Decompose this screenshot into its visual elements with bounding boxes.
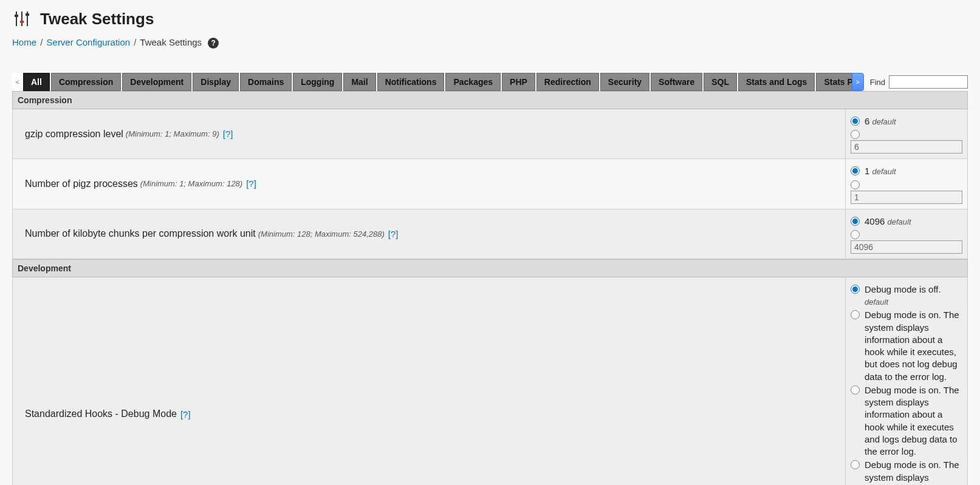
- tab-stats-programs[interactable]: Stats Programs: [816, 73, 851, 91]
- tab-development[interactable]: Development: [122, 73, 191, 91]
- radio-default[interactable]: [851, 117, 860, 126]
- section-header-compression: Compression: [12, 91, 968, 109]
- default-label: default: [888, 217, 911, 226]
- setting-hint: (Minimum: 128; Maximum: 524,288): [258, 229, 385, 239]
- custom-value-input[interactable]: [851, 240, 962, 254]
- radio-custom[interactable]: [851, 180, 860, 189]
- breadcrumb-home[interactable]: Home: [12, 37, 36, 47]
- default-value: 4096: [865, 216, 885, 226]
- setting-label: Standardized Hooks - Debug Mode: [25, 409, 177, 419]
- tweak-icon: [12, 9, 32, 29]
- default-value: 1: [865, 166, 869, 176]
- svg-rect-5: [26, 13, 29, 16]
- tab-compression[interactable]: Compression: [51, 73, 121, 91]
- default-label: default: [872, 167, 896, 176]
- default-value: 6: [865, 116, 869, 126]
- tab-stats-logs[interactable]: Stats and Logs: [738, 73, 815, 91]
- tabs-scroll-left[interactable]: <: [12, 73, 23, 91]
- option-text: Debug mode is on. The system displays in…: [865, 384, 962, 458]
- help-link[interactable]: [?]: [388, 229, 399, 239]
- breadcrumb-current: Tweak Settings: [140, 37, 202, 47]
- radio-custom[interactable]: [851, 230, 860, 239]
- radio-hooks-on-display[interactable]: [851, 310, 860, 319]
- radio-hooks-on-log[interactable]: [851, 385, 860, 395]
- tab-mail[interactable]: Mail: [343, 73, 375, 91]
- find-label: Find: [870, 78, 885, 87]
- default-label: default: [865, 297, 888, 307]
- tab-php[interactable]: PHP: [502, 73, 535, 91]
- tab-domains[interactable]: Domains: [240, 73, 292, 91]
- page-title: Tweak Settings: [40, 10, 154, 29]
- option-text: Debug mode is on. The system displays in…: [865, 459, 962, 485]
- tab-redirection[interactable]: Redirection: [536, 73, 599, 91]
- tab-security[interactable]: Security: [600, 73, 649, 91]
- custom-value-input[interactable]: [851, 140, 962, 154]
- help-link[interactable]: [?]: [223, 129, 233, 139]
- setting-row-chunks: Number of kilobyte chunks per compressio…: [12, 209, 968, 259]
- tab-software[interactable]: Software: [651, 73, 702, 91]
- setting-label: gzip compression level: [25, 129, 123, 140]
- setting-row-gzip: gzip compression level (Minimum: 1; Maxi…: [12, 109, 968, 159]
- setting-hint: (Minimum: 1; Maximum: 128): [140, 179, 242, 188]
- default-label: default: [872, 117, 896, 126]
- tab-sql[interactable]: SQL: [704, 73, 737, 91]
- help-icon[interactable]: ?: [208, 38, 219, 49]
- help-link[interactable]: [?]: [246, 178, 256, 189]
- radio-default[interactable]: [851, 217, 860, 226]
- radio-custom[interactable]: [851, 130, 860, 139]
- breadcrumb: Home / Server Configuration / Tweak Sett…: [12, 37, 968, 49]
- setting-row-hooks-debug: Standardized Hooks - Debug Mode [?] Debu…: [12, 277, 968, 485]
- tab-display[interactable]: Display: [193, 73, 239, 91]
- tabs: All Compression Development Display Doma…: [23, 73, 852, 91]
- option-text: Debug mode is off.: [865, 284, 941, 294]
- radio-hooks-on-all[interactable]: [851, 460, 860, 469]
- setting-row-pigz: Number of pigz processes (Minimum: 1; Ma…: [12, 159, 968, 209]
- radio-default[interactable]: [851, 166, 860, 175]
- tabs-scroll-right[interactable]: >: [852, 73, 864, 91]
- tab-notifications[interactable]: Notifications: [377, 73, 445, 91]
- breadcrumb-sep: /: [134, 37, 136, 47]
- radio-hooks-off[interactable]: [851, 285, 860, 294]
- setting-label: Number of pigz processes: [25, 178, 138, 189]
- option-text: Debug mode is on. The system displays in…: [865, 309, 962, 383]
- custom-value-input[interactable]: [851, 191, 962, 204]
- svg-rect-4: [20, 21, 24, 23]
- breadcrumb-sep: /: [40, 37, 43, 47]
- setting-label: Number of kilobyte chunks per compressio…: [25, 228, 256, 239]
- page-header: Tweak Settings: [12, 9, 968, 29]
- setting-hint: (Minimum: 1; Maximum: 9): [126, 129, 219, 138]
- tab-all[interactable]: All: [23, 73, 50, 91]
- tab-packages[interactable]: Packages: [445, 73, 501, 91]
- breadcrumb-server-config[interactable]: Server Configuration: [47, 37, 131, 47]
- svg-rect-3: [15, 15, 18, 17]
- help-link[interactable]: [?]: [180, 409, 191, 419]
- find-input[interactable]: [889, 75, 968, 89]
- tab-logging[interactable]: Logging: [293, 73, 342, 91]
- section-header-development: Development: [12, 259, 968, 277]
